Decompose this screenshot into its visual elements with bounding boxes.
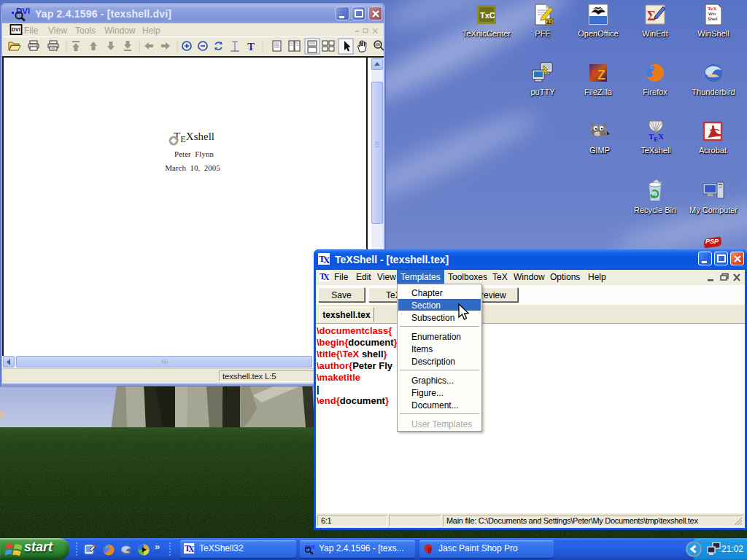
svg-text:X: X bbox=[323, 273, 330, 281]
svg-text:DVI: DVI bbox=[16, 7, 30, 15]
svg-text:TEX: TEX bbox=[649, 132, 664, 143]
svg-text:X: X bbox=[188, 545, 195, 553]
svg-text:Shell: Shell bbox=[708, 17, 717, 21]
svg-text:Σ: Σ bbox=[647, 9, 656, 23]
svg-text:Win: Win bbox=[708, 12, 716, 16]
svg-text:X: X bbox=[323, 254, 330, 265]
svg-text:Z: Z bbox=[597, 68, 605, 82]
svg-text:DVI: DVI bbox=[12, 27, 20, 32]
svg-text:8: 8 bbox=[427, 547, 432, 555]
svg-text:TxC: TxC bbox=[480, 11, 495, 20]
svg-text:32: 32 bbox=[546, 20, 552, 25]
svg-text:T: T bbox=[247, 41, 255, 52]
svg-text:TeX: TeX bbox=[708, 6, 716, 12]
